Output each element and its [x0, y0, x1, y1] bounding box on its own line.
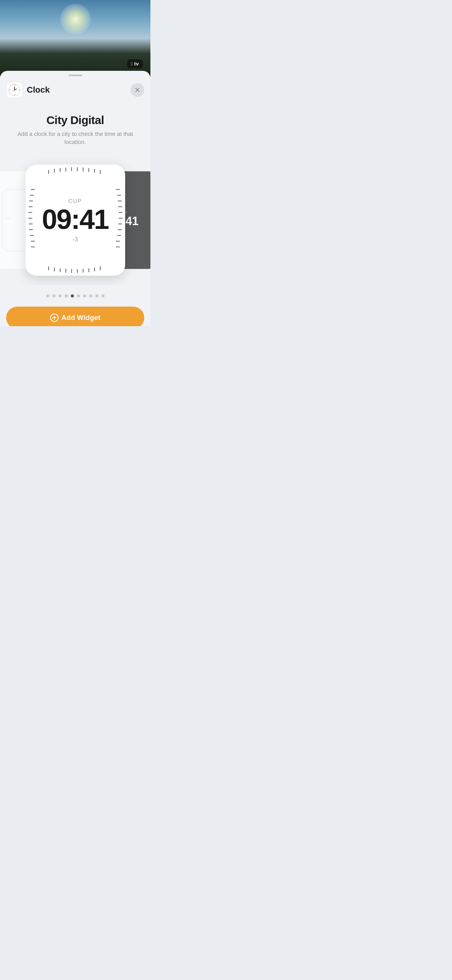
- svg-point-10: [14, 90, 15, 90]
- digital-time: 09:41: [42, 206, 108, 233]
- timezone-offset: -3: [72, 236, 78, 243]
- dot-3[interactable]: [59, 294, 62, 297]
- add-widget-button[interactable]: Add Widget: [6, 307, 144, 326]
- dot-1[interactable]: [46, 294, 49, 297]
- dot-4[interactable]: [65, 294, 68, 297]
- svg-text:3: 3: [19, 89, 20, 91]
- svg-text:12: 12: [14, 85, 15, 86]
- app-name-label: Clock: [27, 85, 50, 95]
- apple-tv-badge:  tv: [127, 59, 143, 68]
- widget-carousel[interactable]: CUP 09:41 -3 CUP 09:41 -3: [0, 155, 150, 285]
- sun-effect: [60, 4, 91, 34]
- apple-tv-label: tv: [134, 61, 139, 67]
- svg-text:9: 9: [10, 89, 10, 91]
- close-button[interactable]: [131, 83, 144, 97]
- widget-sheet: 12 6 9 3 Clock City Digital Add a clock …: [0, 71, 150, 326]
- app-icon: 12 6 9 3: [6, 82, 23, 98]
- clock-app-icon-svg: 12 6 9 3: [7, 83, 22, 97]
- dot-9[interactable]: [95, 294, 98, 297]
- apple-logo-icon: : [131, 61, 132, 67]
- pagination-dots: [0, 285, 150, 304]
- dot-2[interactable]: [52, 294, 55, 297]
- city-label: CUP: [68, 198, 82, 204]
- widget-title-section: City Digital Add a clock for a city to c…: [0, 102, 150, 151]
- widget-title: City Digital: [9, 114, 141, 127]
- dot-5-active[interactable]: [71, 294, 74, 297]
- dot-6[interactable]: [77, 294, 80, 297]
- widget-card-center[interactable]: CUP 09:41 -3: [26, 165, 125, 276]
- dot-8[interactable]: [89, 294, 92, 297]
- sheet-header: 12 6 9 3 Clock: [0, 76, 150, 102]
- plus-circle-icon: [50, 314, 59, 322]
- dot-10[interactable]: [101, 294, 104, 297]
- app-identity: 12 6 9 3 Clock: [6, 82, 50, 98]
- dot-7[interactable]: [83, 294, 86, 297]
- add-widget-label: Add Widget: [62, 314, 101, 322]
- svg-text:6: 6: [14, 94, 15, 96]
- widget-description: Add a clock for a city to check the time…: [9, 130, 141, 146]
